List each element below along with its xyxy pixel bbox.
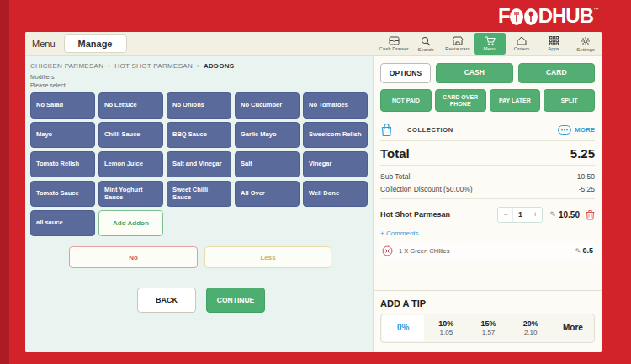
card-button[interactable]: CARD [518,63,596,83]
breadcrumb-current: ADDONS [204,62,234,70]
apps-grid-icon [549,36,559,45]
modifier-button[interactable]: all sauce [30,210,95,236]
modifier-button[interactable]: No Tomatoes [303,92,368,119]
modifier-button[interactable]: Tomato Relish [30,151,95,177]
chevron-right-icon: › [197,62,199,70]
spacer [380,259,595,290]
total-label: Total [380,146,410,161]
tip-option-10[interactable]: 10% 1.05 [425,314,467,342]
total-value: 5.25 [570,146,595,161]
cart-item-name: Hot Shot Parmesan [380,210,497,219]
tip-selector: 0% 10% 1.05 15% 1.57 20% 2.10 More [380,314,595,343]
not-paid-button[interactable]: NOT PAID [380,89,432,112]
modifier-button[interactable]: Mayo [30,122,95,148]
quantity-stepper: − 1 + [497,207,543,223]
cart-icon [485,36,496,45]
back-button[interactable]: BACK [137,288,196,313]
modifier-button[interactable]: Salt [235,151,300,177]
options-button[interactable]: OPTIONS [380,63,431,83]
tip-option-15[interactable]: 15% 1.57 [467,314,509,342]
logo-o-spoon-icon [524,8,538,25]
summary-rows: Sub Total 10.50 Collection Discount (50.… [380,166,595,199]
toolbar-cash-drawer[interactable]: Cash Drawer [378,32,410,55]
delete-item-icon[interactable] [586,209,595,220]
payment-row-secondary: NOT PAID CARD OVER PHONE PAY LATER SPLIT [380,89,595,112]
trademark: ™ [593,7,599,13]
discount-value: -5.25 [579,185,595,193]
less-button[interactable]: Less [204,246,331,268]
toolbar-search[interactable]: Search [410,32,442,55]
more-bubble-icon [558,125,571,135]
modifier-button[interactable]: Vinegar [303,151,368,177]
home-icon [517,36,527,45]
modifiers-title: Modifiers [30,74,368,80]
modifier-button[interactable]: Tomato Sauce [30,181,95,207]
pay-later-button[interactable]: PAY LATER [490,89,541,112]
quantity-modifier-row: No Less [69,246,368,268]
modifier-button[interactable]: No Lettuce [98,92,163,119]
modifier-button[interactable]: Mint Yoghurt Sauce [98,181,163,207]
add-comments-link[interactable]: + Comments [380,229,595,237]
modifier-button[interactable]: No Onions [167,92,231,119]
payment-row-primary: OPTIONS CASH CARD [380,63,595,83]
cash-button[interactable]: CASH [436,63,513,83]
cart-item-row: Hot Shot Parmesan − 1 + ✎ 10.50 [380,205,595,224]
toolbar-menu[interactable]: Menu [474,33,506,55]
edge-shade [0,0,9,364]
edit-price-icon[interactable]: ✎ [549,210,556,219]
edit-subitem-icon[interactable]: ✎ [575,247,581,255]
chevron-right-icon: › [108,62,110,70]
search-icon [421,36,431,46]
modifier-button[interactable]: No Cucumber [235,92,300,119]
top-strip: Menu Manage Cash Drawer Search Restauran… [25,32,602,56]
toolbar-settings[interactable]: Settings [570,32,602,55]
breadcrumb-item[interactable]: CHICKEN PARMESAN [30,62,103,70]
modifier-button[interactable]: Lemon Juice [98,151,163,177]
more-button[interactable]: MORE [558,125,595,135]
cart-subitem-price: 0.5 [582,246,593,255]
toolbar-orders[interactable]: Orders [506,32,538,55]
toolbar: Cash Drawer Search Restaurant Menu Order… [378,32,602,55]
breadcrumb-item[interactable]: HOT SHOT PARMESAN [114,62,193,70]
quantity-value: 1 [512,208,528,222]
continue-button[interactable]: CONTINUE [206,288,265,313]
logo-text: FDHUB [498,6,593,26]
modifier-button[interactable]: Garlic Mayo [235,122,300,148]
modifier-button[interactable]: BBQ Sauce [167,122,231,148]
quantity-decrease-button[interactable]: − [498,208,512,222]
modifier-button[interactable]: Chilli Sauce [98,122,163,148]
remove-subitem-icon[interactable] [382,245,393,256]
tip-option-0[interactable]: 0% [382,315,424,341]
split-button[interactable]: SPLIT [544,89,595,112]
modifier-button[interactable]: Sweet Chilli Sauce [167,181,231,207]
discount-row: Collection Discount (50.00%) -5.25 [380,182,595,195]
subtotal-label: Sub Total [380,172,410,181]
quantity-increase-button[interactable]: + [528,208,543,222]
divider [400,124,400,137]
order-type-row: COLLECTION MORE [380,119,595,141]
no-button[interactable]: No [69,246,198,268]
modifier-button[interactable]: No Salad [30,92,95,119]
order-type-label: COLLECTION [407,126,453,134]
cash-drawer-icon [389,36,400,45]
breadcrumb: CHICKEN PARMESAN › HOT SHOT PARMESAN › A… [30,62,368,70]
tab-menu[interactable]: Menu [25,39,64,49]
toolbar-restaurant[interactable]: Restaurant [442,32,474,55]
modifier-button[interactable]: All Over [235,181,300,207]
card-over-phone-button[interactable]: CARD OVER PHONE [435,89,486,112]
cart-subitem-name: 1 X Green Chillies [399,247,575,255]
modifier-button[interactable]: Sweetcorn Relish [303,122,368,148]
modifier-button[interactable]: Well Done [303,181,368,207]
tip-more-button[interactable]: More [552,314,594,342]
bag-icon [380,123,393,137]
wizard-actions: BACK CONTINUE [137,288,368,313]
gear-icon [581,36,591,46]
modifier-button[interactable]: Salt and Vinegar [167,151,231,177]
cart-item-price: 10.50 [559,210,580,219]
toolbar-apps[interactable]: Apps [538,32,570,55]
tip-option-20[interactable]: 20% 2.10 [510,314,552,342]
modifiers-subtitle: Please select [30,82,368,88]
tab-manage[interactable]: Manage [64,34,127,53]
add-addon-button[interactable]: Add Addon [98,210,163,236]
app-background: FDHUB ™ Menu Manage Cash Drawer Search R… [0,0,631,364]
